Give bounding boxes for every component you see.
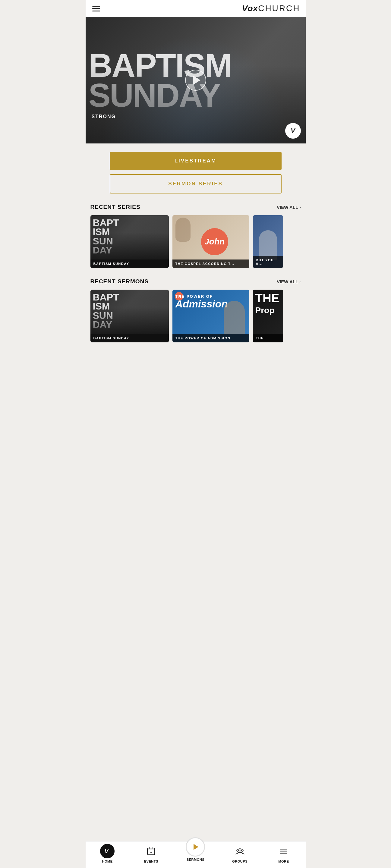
- buttons-section: LIVESTREAM SERMON SERIES: [86, 144, 306, 196]
- sermon-card-admission-label: THE POWER OF ADMISSION: [173, 334, 249, 342]
- strong-badge: STRONG: [92, 114, 116, 119]
- logo-church: CHURCH: [258, 4, 300, 13]
- sermon-card-prop-label: THE: [253, 334, 283, 342]
- chevron-right-icon: ›: [299, 205, 301, 210]
- hero-banner[interactable]: BAPTISM SUNDAY STRONG V: [86, 17, 306, 144]
- series-card-baptism-label: BAPTISM SUNDAY: [90, 259, 169, 268]
- logo: VoxCHURCH: [242, 4, 300, 13]
- play-button[interactable]: [185, 70, 206, 91]
- sermon-series-button[interactable]: SERMON SERIES: [110, 174, 281, 193]
- recent-sermons-view-all[interactable]: VIEW ALL ›: [277, 279, 301, 284]
- recent-series-cards: BAPTISMSUNDAY BAPTISM SUNDAY John THE GO…: [90, 215, 301, 268]
- sermon-card-admission[interactable]: J THE POWER OF Admission THE POWER OF AD…: [173, 290, 249, 342]
- vox-badge: V: [285, 123, 301, 138]
- john-circle: John: [201, 228, 228, 255]
- series-card-baptism[interactable]: BAPTISMSUNDAY BAPTISM SUNDAY: [90, 215, 169, 268]
- series-card-butyou-label: BUT YOU A...: [253, 256, 283, 268]
- sermon-card-baptism-label: BAPTISM SUNDAY: [90, 334, 169, 342]
- series-card-john[interactable]: John THE GOSPEL ACCORDING T...: [173, 215, 249, 268]
- hero-background: BAPTISM SUNDAY STRONG V: [86, 17, 306, 144]
- recent-series-section: RECENT SERIES VIEW ALL › BAPTISMSUNDAY B…: [86, 196, 306, 271]
- header: VoxCHURCH: [86, 0, 306, 17]
- logo-vox: Vox: [242, 4, 258, 13]
- menu-button[interactable]: [91, 4, 101, 13]
- recent-series-title: RECENT SERIES: [90, 204, 141, 210]
- series-card-butyou[interactable]: BUT YOU A...: [253, 215, 283, 268]
- recent-sermons-section: RECENT SERMONS VIEW ALL › BAPTISMSUNDAY …: [86, 271, 306, 345]
- series-card-john-label: THE GOSPEL ACCORDING T...: [173, 259, 249, 268]
- livestream-button[interactable]: LIVESTREAM: [110, 152, 281, 170]
- recent-sermons-cards: BAPTISMSUNDAY BAPTISM SUNDAY J THE POWER…: [90, 290, 301, 342]
- prop-text: THEProp: [255, 293, 279, 314]
- bottom-spacer: [86, 345, 306, 375]
- chevron-right-icon: ›: [299, 279, 301, 284]
- sermon-card-prop[interactable]: THEProp THE: [253, 290, 283, 342]
- recent-series-header: RECENT SERIES VIEW ALL ›: [90, 204, 301, 210]
- recent-series-view-all[interactable]: VIEW ALL ›: [277, 205, 301, 210]
- sermon-card-baptism[interactable]: BAPTISMSUNDAY BAPTISM SUNDAY: [90, 290, 169, 342]
- recent-sermons-header: RECENT SERMONS VIEW ALL ›: [90, 278, 301, 285]
- recent-sermons-title: RECENT SERMONS: [90, 278, 149, 285]
